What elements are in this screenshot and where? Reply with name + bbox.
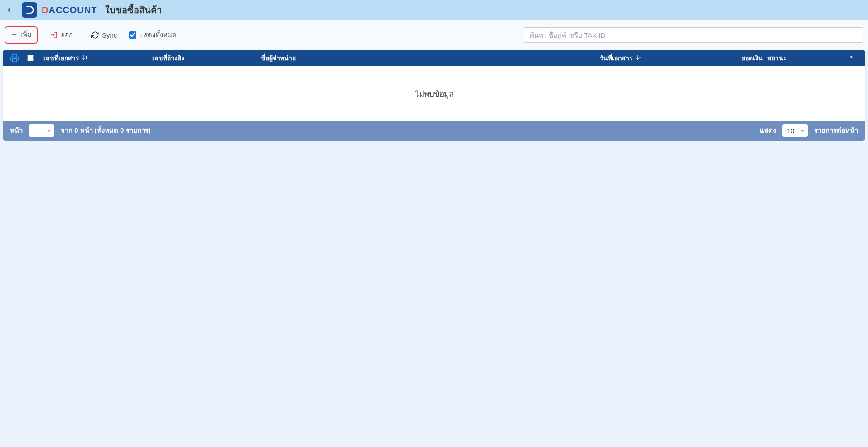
column-amount[interactable]: ยอดเงิน [718, 53, 763, 63]
column-status-label: สถานะ [767, 53, 787, 63]
plus-icon [10, 31, 18, 39]
sync-button-label: Sync [102, 31, 117, 39]
per-page-select[interactable]: 10 [782, 124, 808, 137]
table-body-empty: ไม่พบข้อมูล [3, 66, 865, 121]
svg-point-7 [86, 57, 87, 58]
page-label: หน้า [10, 125, 23, 136]
sync-icon [91, 31, 99, 39]
per-page-label: รายการต่อหน้า [814, 125, 858, 136]
show-all-checkbox[interactable] [129, 31, 136, 39]
column-vendor-label: ชื่อผู้จำหน่าย [261, 53, 296, 63]
brand-name-rest: ACCOUNT [48, 5, 97, 15]
column-amount-label: ยอดเงิน [742, 53, 763, 63]
column-doc-date-label: วันที่เอกสาร [600, 53, 633, 63]
app-header: DACCOUNT ใบขอซื้อสินค้า [0, 0, 868, 20]
print-icon [10, 53, 19, 63]
add-button-label: เพิ่ม [20, 29, 32, 40]
brand-name-d: D [42, 5, 48, 15]
pagination-bar: หน้า จาก 0 หน้า (ทั้งหมด 0 รายการ) แสดง … [3, 121, 865, 141]
table-header-row: เลขที่เอกสาร เลขที่อ้างอิง ชื่อผู้จำหน่า… [3, 50, 865, 66]
column-doc-no[interactable]: เลขที่เอกสาร [43, 53, 152, 63]
export-icon [50, 31, 58, 39]
export-button-label: ออก [61, 29, 73, 40]
column-status[interactable]: สถานะ [763, 53, 844, 63]
brand-name: DACCOUNT [42, 5, 97, 15]
svg-point-6 [86, 56, 87, 56]
svg-point-8 [86, 58, 87, 59]
column-star-label: * [850, 54, 852, 62]
column-vendor[interactable]: ชื่อผู้จำหน่าย [261, 53, 600, 63]
show-label: แสดง [760, 125, 776, 136]
page-title: ใบขอซื้อสินค้า [105, 3, 162, 17]
data-table: เลขที่เอกสาร เลขที่อ้างอิง ชื่อผู้จำหน่า… [3, 50, 865, 121]
arrow-left-icon [7, 6, 15, 14]
column-select-all[interactable] [27, 55, 43, 61]
sort-desc-icon [636, 54, 642, 62]
column-doc-date[interactable]: วันที่เอกสาร [600, 53, 718, 63]
page-select[interactable] [29, 124, 54, 137]
column-ref-no-label: เลขที่อ้างอิง [152, 53, 184, 63]
add-button[interactable]: เพิ่ม [5, 26, 38, 44]
page-summary: จาก 0 หน้า (ทั้งหมด 0 รายการ) [61, 125, 151, 136]
search-input[interactable] [524, 27, 863, 43]
export-button[interactable]: ออก [44, 26, 79, 44]
column-doc-no-label: เลขที่เอกสาร [43, 53, 79, 63]
sync-button[interactable]: Sync [85, 28, 123, 42]
back-button[interactable] [5, 4, 17, 16]
column-print[interactable] [10, 53, 27, 63]
sort-icon [82, 54, 88, 62]
per-page-value: 10 [787, 127, 795, 135]
column-star[interactable]: * [844, 54, 858, 62]
select-all-checkbox[interactable] [27, 55, 34, 61]
svg-rect-4 [12, 59, 17, 62]
toolbar: เพิ่ม ออก Sync แสดงทั้งหมด [0, 20, 868, 50]
column-ref-no[interactable]: เลขที่อ้างอิง [152, 53, 261, 63]
show-all-checkbox-wrap[interactable]: แสดงทั้งหมด [129, 29, 177, 40]
show-all-label: แสดงทั้งหมด [139, 29, 177, 40]
app-logo [22, 2, 37, 18]
empty-message: ไม่พบข้อมูล [415, 87, 453, 100]
